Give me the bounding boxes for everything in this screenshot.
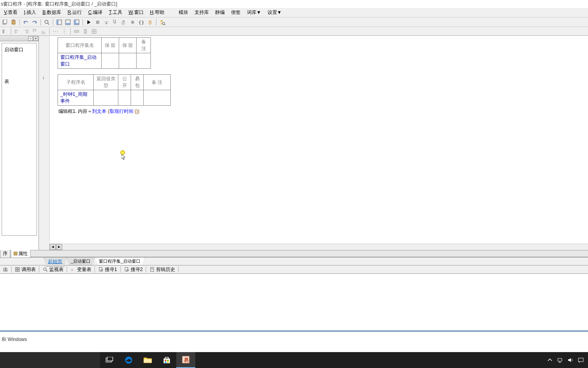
menu-modules[interactable]: 模块 <box>175 8 191 17</box>
prop-tab-properties[interactable]: 属性 <box>11 250 31 258</box>
layout1-icon[interactable] <box>55 18 63 26</box>
menu-run[interactable]: R.运行 <box>64 8 85 17</box>
tab-programset[interactable]: 窗口程序集_启动窗口 <box>94 258 145 265</box>
svg-rect-2 <box>12 20 15 24</box>
project-tree[interactable]: 启动窗口 表 <box>2 43 37 236</box>
menu-compile[interactable]: C.编译 <box>85 8 106 17</box>
menu-database[interactable]: B.数据库 <box>39 8 64 17</box>
same-size-icon[interactable] <box>90 27 98 35</box>
svg-rect-70 <box>167 362 169 363</box>
code-editor[interactable]: ↓ 窗口程序集名 保 留 保 留 备 注 窗口程序集_启动窗口 <box>39 36 588 250</box>
code-line-1[interactable]: 编辑框1. 内容＝到文本 (取现行时间 ()) <box>58 108 580 115</box>
t2-v3[interactable] <box>118 90 131 106</box>
tray-network-icon[interactable] <box>556 356 564 364</box>
redo-icon[interactable] <box>31 18 39 26</box>
t1-h4: 备 注 <box>137 38 151 53</box>
program-set-table[interactable]: 窗口程序集名 保 留 保 留 备 注 窗口程序集_启动窗口 <box>58 37 151 69</box>
menu-note[interactable]: 便签 <box>228 8 244 17</box>
window-title: s窗口程序 - [程序集: 窗口程序集_启动窗口 / _启动窗口] <box>1 1 117 8</box>
magnifier-icon <box>42 267 48 272</box>
braces-icon[interactable]: { } <box>137 18 145 26</box>
menu-help[interactable]: H.帮助 <box>147 8 168 17</box>
task-view-icon[interactable] <box>100 352 119 368</box>
undo-icon[interactable] <box>22 18 30 26</box>
align-top-icon[interactable] <box>31 27 39 35</box>
menu-tools[interactable]: T.工具 <box>106 8 125 17</box>
align-right-icon[interactable] <box>22 27 30 35</box>
step-over-icon[interactable] <box>102 18 110 26</box>
breakpoint-icon[interactable] <box>129 18 137 26</box>
t2-v1[interactable]: _时钟1_周期事件 <box>58 90 94 106</box>
same-height-icon[interactable] <box>81 27 89 35</box>
align1-icon[interactable] <box>1 27 9 35</box>
menu-view[interactable]: V.查看 <box>1 8 21 17</box>
ttab-variables[interactable]: ⬨ 变量表 <box>68 265 94 274</box>
dist-h-icon[interactable] <box>52 27 60 35</box>
t1-v4[interactable] <box>137 53 151 69</box>
store-icon[interactable] <box>157 352 176 368</box>
scroll-right-icon[interactable]: ► <box>56 244 62 250</box>
t2-h1: 子程序名 <box>58 75 94 90</box>
dist-v-icon[interactable] <box>60 27 68 35</box>
code-gutter: ↓ <box>39 36 50 250</box>
t1-v3[interactable] <box>119 53 137 69</box>
menu-support[interactable]: 支持库 <box>191 8 212 17</box>
tree-item-startwindow[interactable]: 启动窗口 <box>4 45 35 55</box>
output-panel[interactable] <box>0 274 588 331</box>
step-into-icon[interactable]: {} <box>111 18 119 26</box>
layout2-icon[interactable] <box>64 18 72 26</box>
t2-v4[interactable] <box>131 90 144 106</box>
tab-startwindow[interactable]: _启动窗口 <box>66 258 95 265</box>
stop-icon[interactable] <box>94 18 102 26</box>
subroutine-table[interactable]: 子程序名 返回值类型 公开 易包 备 注 _时钟1_周期事件 <box>58 74 171 106</box>
status-text: 和 Windows <box>2 336 27 343</box>
edge-icon[interactable] <box>119 352 138 368</box>
align-left-icon[interactable] <box>13 27 21 35</box>
panel-close-icon[interactable]: × <box>33 36 38 41</box>
ttab-search1[interactable]: 搜寻1 <box>96 265 120 274</box>
copy-icon[interactable] <box>1 18 9 26</box>
toolbar-main: {} {} { } <box>0 17 588 27</box>
svg-rect-13 <box>96 21 99 24</box>
taskbar-search[interactable] <box>0 352 100 368</box>
menu-settings[interactable]: 设置▼ <box>264 8 285 17</box>
panel-minimize-icon[interactable]: ▫ <box>28 36 33 41</box>
menu-static[interactable]: 静编 <box>212 8 228 17</box>
tree-item-table[interactable]: 表 <box>4 77 35 87</box>
t2-v5[interactable] <box>144 90 171 106</box>
svg-rect-76 <box>578 358 583 362</box>
ttab-calltable[interactable]: 调用表 <box>12 265 38 274</box>
menu-window[interactable]: W.窗口 <box>125 8 147 17</box>
paste-icon[interactable] <box>10 18 17 26</box>
search-icon[interactable] <box>43 18 51 26</box>
menu-dict[interactable]: 词库▼ <box>244 8 264 17</box>
layout3-icon[interactable] <box>73 18 81 26</box>
tray-chevron-icon[interactable] <box>546 356 554 364</box>
hand-icon[interactable] <box>146 18 154 26</box>
t2-v2[interactable] <box>94 90 118 106</box>
align-bottom-icon[interactable] <box>39 27 47 35</box>
run-icon[interactable] <box>85 18 93 26</box>
tab-startpage[interactable]: 起始页 <box>44 258 67 266</box>
find-person-icon[interactable] <box>158 18 166 26</box>
system-tray <box>546 356 588 364</box>
scroll-left-icon[interactable]: ◄ <box>50 244 56 250</box>
tray-notifications-icon[interactable] <box>577 356 585 364</box>
left-panel: ▫ × 启动窗口 表 <box>0 36 39 250</box>
t1-v2[interactable] <box>102 53 119 69</box>
file-explorer-icon[interactable] <box>138 352 157 368</box>
step-out-icon[interactable]: {} <box>120 18 128 26</box>
ttab-watch[interactable]: 监视表 <box>40 265 66 274</box>
svg-rect-3 <box>13 19 14 21</box>
ttab-search2[interactable]: 搜寻2 <box>121 265 145 274</box>
ttab-cliphistory[interactable]: 剪辑历史 <box>147 265 177 274</box>
same-width-icon[interactable] <box>73 27 81 35</box>
horizontal-scrollbar[interactable]: ◄ ► <box>50 244 588 250</box>
t1-v1[interactable]: 窗口程序集_启动窗口 <box>58 53 102 69</box>
svg-point-14 <box>106 23 107 24</box>
prop-tab-order[interactable]: 序 <box>0 250 10 258</box>
tray-volume-icon[interactable] <box>567 356 575 364</box>
app-epl-icon[interactable]: 易 <box>176 352 195 368</box>
ttab-output[interactable]: 出 <box>1 265 10 274</box>
menu-insert[interactable]: I.插入 <box>21 8 39 17</box>
